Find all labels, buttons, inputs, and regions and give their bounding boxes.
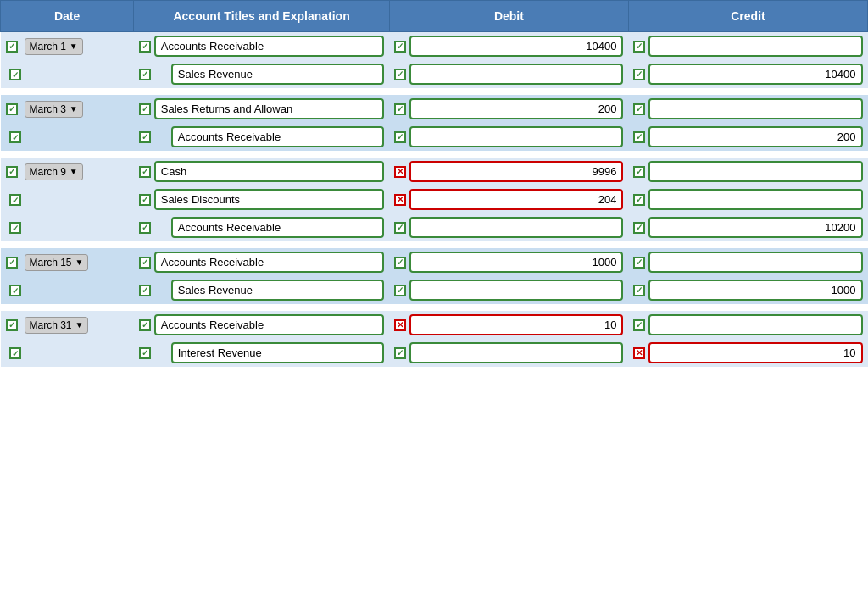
credit-cell — [628, 276, 867, 304]
credit-input[interactable] — [648, 280, 862, 301]
date-cell: March 31▼ — [1, 311, 134, 339]
debit-input[interactable] — [409, 98, 623, 119]
debit-cell — [389, 123, 628, 151]
debit-input[interactable] — [409, 217, 623, 238]
credit-checkbox[interactable] — [633, 257, 645, 269]
date-checkbox[interactable] — [6, 166, 18, 178]
credit-input[interactable] — [648, 189, 862, 210]
credit-checkbox[interactable] — [633, 166, 645, 178]
debit-input[interactable] — [409, 36, 623, 57]
debit-checkbox[interactable] — [394, 222, 406, 234]
credit-input[interactable] — [648, 161, 862, 182]
date-checkbox[interactable] — [6, 41, 18, 53]
account-input[interactable] — [154, 189, 385, 210]
account-checkbox[interactable] — [139, 131, 151, 143]
debit-checkbox[interactable] — [394, 41, 406, 53]
credit-checkbox[interactable] — [633, 194, 645, 206]
account-cell — [134, 185, 390, 213]
credit-input[interactable] — [648, 342, 862, 363]
credit-input[interactable] — [648, 36, 862, 57]
date-checkbox[interactable] — [6, 319, 18, 331]
account-input[interactable] — [154, 36, 385, 57]
debit-input[interactable] — [409, 126, 623, 147]
date-dropdown[interactable]: March 31▼ — [25, 317, 89, 334]
debit-input[interactable] — [409, 189, 623, 210]
debit-checkbox[interactable] — [394, 347, 406, 359]
credit-checkbox[interactable] — [633, 319, 645, 331]
row-checkbox[interactable] — [9, 285, 21, 296]
account-input[interactable] — [154, 252, 385, 273]
debit-checkbox[interactable] — [394, 166, 406, 178]
credit-checkbox[interactable] — [633, 131, 645, 143]
account-input[interactable] — [154, 161, 385, 182]
account-checkbox[interactable] — [139, 41, 151, 53]
date-cell: March 3▼ — [1, 95, 134, 123]
account-cell — [134, 32, 390, 61]
debit-input[interactable] — [409, 252, 623, 273]
credit-checkbox[interactable] — [633, 41, 645, 53]
date-label: March 1 — [30, 41, 66, 53]
account-checkbox[interactable] — [139, 319, 151, 331]
date-label: March 31 — [30, 319, 72, 331]
date-checkbox[interactable] — [6, 103, 18, 115]
account-input[interactable] — [171, 126, 385, 147]
date-label: March 3 — [30, 103, 66, 115]
account-input[interactable] — [171, 64, 385, 85]
date-checkbox[interactable] — [6, 257, 18, 269]
debit-input[interactable] — [409, 314, 623, 335]
debit-input[interactable] — [409, 64, 623, 85]
debit-checkbox[interactable] — [394, 257, 406, 269]
row-checkbox[interactable] — [9, 347, 21, 359]
account-checkbox[interactable] — [139, 347, 151, 359]
credit-input[interactable] — [648, 314, 862, 335]
debit-checkbox[interactable] — [394, 131, 406, 143]
account-checkbox[interactable] — [139, 166, 151, 178]
credit-input[interactable] — [648, 64, 862, 85]
date-dropdown[interactable]: March 9▼ — [25, 163, 83, 180]
table-row — [1, 60, 868, 88]
row-checkbox[interactable] — [9, 131, 21, 143]
credit-checkbox[interactable] — [633, 285, 645, 296]
account-input[interactable] — [171, 217, 385, 238]
date-dropdown[interactable]: March 3▼ — [25, 101, 83, 118]
credit-input[interactable] — [648, 98, 862, 119]
account-input[interactable] — [154, 314, 385, 335]
credit-cell — [628, 123, 867, 151]
account-cell — [134, 60, 390, 88]
credit-cell — [628, 311, 867, 339]
table-row: March 31▼ — [1, 311, 868, 339]
account-checkbox[interactable] — [139, 285, 151, 296]
debit-input[interactable] — [409, 161, 623, 182]
table-row: March 3▼ — [1, 95, 868, 123]
account-input[interactable] — [171, 280, 385, 301]
credit-checkbox[interactable] — [633, 69, 645, 80]
debit-input[interactable] — [409, 342, 623, 363]
debit-cell — [389, 32, 628, 61]
account-input[interactable] — [171, 342, 385, 363]
credit-checkbox[interactable] — [633, 347, 645, 359]
debit-checkbox[interactable] — [394, 285, 406, 296]
account-input[interactable] — [154, 98, 385, 119]
credit-input[interactable] — [648, 126, 862, 147]
row-checkbox[interactable] — [9, 222, 21, 234]
account-checkbox[interactable] — [139, 222, 151, 234]
debit-checkbox[interactable] — [394, 69, 406, 80]
row-checkbox[interactable] — [9, 69, 21, 80]
date-dropdown[interactable]: March 15▼ — [25, 254, 89, 271]
col-account: Account Titles and Explanation — [134, 1, 390, 32]
account-checkbox[interactable] — [139, 103, 151, 115]
debit-checkbox[interactable] — [394, 319, 406, 331]
account-checkbox[interactable] — [139, 194, 151, 206]
account-checkbox[interactable] — [139, 257, 151, 269]
debit-input[interactable] — [409, 280, 623, 301]
credit-input[interactable] — [648, 217, 862, 238]
row-checkbox[interactable] — [9, 194, 21, 206]
account-checkbox[interactable] — [139, 69, 151, 80]
credit-checkbox[interactable] — [633, 103, 645, 115]
credit-checkbox[interactable] — [633, 222, 645, 234]
date-dropdown[interactable]: March 1▼ — [25, 38, 83, 55]
debit-checkbox[interactable] — [394, 194, 406, 206]
debit-checkbox[interactable] — [394, 103, 406, 115]
credit-input[interactable] — [648, 252, 862, 273]
credit-cell — [628, 185, 867, 213]
